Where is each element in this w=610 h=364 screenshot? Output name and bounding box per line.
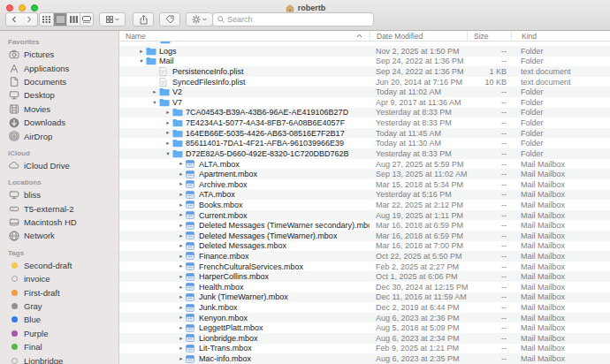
disclosure-collapsed-icon[interactable]: ▸	[150, 89, 159, 95]
disclosure-collapsed-icon[interactable]: ▸	[177, 325, 186, 331]
file-row[interactable]: PersistenceInfo.plistSep 24, 2022 at 1:3…	[119, 66, 610, 77]
disclosure-collapsed-icon[interactable]: ▸	[177, 243, 186, 249]
file-row[interactable]: ▸V2Today at 11:02 AM--Folder	[119, 87, 610, 97]
disclosure-expanded-icon[interactable]: ▾	[164, 151, 172, 157]
file-row[interactable]: ▸164EB66E-5035-4426-AB63-08516E7F2B17Tod…	[119, 128, 610, 139]
disclosure-collapsed-icon[interactable]: ▸	[177, 263, 186, 269]
file-row[interactable]: ▸Deleted Messages (TimeWarner secondary)…	[119, 220, 610, 231]
file-row[interactable]: ▸Books.mboxMar 22, 2025 at 2:12 PM--Mail…	[119, 200, 610, 210]
column-view-button[interactable]	[66, 13, 80, 26]
file-row[interactable]: ▸LeggettPlatt.mboxAug 5, 2018 at 5:09 PM…	[119, 322, 610, 333]
action-button[interactable]	[186, 12, 213, 27]
column-header-name[interactable]: Name	[119, 31, 370, 41]
disclosure-collapsed-icon[interactable]: ▸	[177, 315, 186, 321]
icon-view-button[interactable]	[40, 13, 53, 26]
file-row[interactable]: ▸7E4234A1-5077-4A34-8FB7-6A08B6E4057FYes…	[119, 118, 610, 128]
file-row[interactable]: ▸Junk.mboxDec 2, 2019 at 6:44 PM--Mail M…	[119, 302, 610, 313]
file-row[interactable]: ▸Finance.mboxOct 22, 2025 at 5:50 PM--Ma…	[119, 251, 610, 262]
file-row[interactable]: ▾V7Apr 9, 2017 at 11:36 AM--Folder	[119, 97, 610, 108]
file-row[interactable]: ▾MailSep 24, 2022 at 1:36 PM--Folder	[119, 57, 610, 67]
column-header-date-modified[interactable]: Date Modified	[370, 31, 467, 41]
file-row[interactable]: ▾D72E82A5-D660-492E-8320-1C720DBD762BYes…	[119, 148, 610, 159]
search-input[interactable]	[227, 15, 369, 24]
file-row[interactable]: ▸HarperCollins.mboxOct 1, 2025 at 6:06 P…	[119, 271, 610, 282]
disclosure-collapsed-icon[interactable]: ▸	[177, 192, 186, 198]
sidebar-item-gray[interactable]: Gray	[0, 300, 118, 313]
forward-button[interactable]	[21, 12, 38, 27]
sidebar-item-pictures[interactable]: Pictures	[0, 48, 118, 61]
disclosure-collapsed-icon[interactable]: ▸	[177, 171, 186, 178]
sidebar-item-second-draft[interactable]: Second-draft	[0, 259, 118, 272]
file-row[interactable]: ▸Archive.mboxMar 15, 2018 at 5:34 PM--Ma…	[119, 179, 610, 190]
column-header-kind[interactable]: Kind	[511, 31, 610, 41]
finder-window: robertb FavoritesPicturesApplicationsDoc…	[0, 0, 610, 364]
window-title: robertb	[0, 3, 610, 12]
file-row[interactable]: ▸7CA04543-B39A-43B6-96AE-AE419106B27DYes…	[119, 108, 610, 118]
disclosure-expanded-icon[interactable]: ▾	[150, 100, 159, 106]
file-row[interactable]: ▸Current.mboxAug 19, 2025 at 1:11 PM--Ma…	[119, 210, 610, 221]
search-field[interactable]	[212, 12, 374, 27]
sidebar-item-purple[interactable]: Purple	[0, 327, 118, 340]
disclosure-collapsed-icon[interactable]: ▸	[177, 202, 186, 209]
file-row[interactable]: ▸Deleted Messages (TimeWarner).mboxMar 1…	[119, 231, 610, 241]
file-row[interactable]: ▸85611401-7DA1-4F21-AFBA-961039966E39Tod…	[119, 138, 610, 148]
sidebar-item-bliss[interactable]: bliss	[0, 188, 118, 201]
disclosure-collapsed-icon[interactable]: ▸	[177, 161, 186, 167]
disclosure-collapsed-icon[interactable]: ▸	[177, 294, 186, 300]
disclosure-collapsed-icon[interactable]: ▸	[177, 254, 186, 260]
sidebar-item-final[interactable]: Final	[0, 340, 118, 353]
disclosure-collapsed-icon[interactable]: ▸	[177, 345, 186, 352]
disclosure-expanded-icon[interactable]: ▾	[137, 58, 146, 64]
file-row[interactable]: ▸Lit-Trans.mboxFeb 9, 2025 at 1:21 PM--M…	[119, 344, 610, 354]
tag-button[interactable]	[159, 12, 180, 27]
share-button[interactable]	[133, 12, 154, 27]
sidebar-item-label: iCloud Drive	[24, 161, 70, 171]
disclosure-collapsed-icon[interactable]: ▸	[177, 356, 186, 362]
gallery-view-button[interactable]	[80, 13, 93, 26]
sidebar-item-t5-external-2[interactable]: T5-external-2	[0, 202, 118, 216]
disclosure-collapsed-icon[interactable]: ▸	[177, 223, 186, 229]
disclosure-collapsed-icon[interactable]: ▸	[177, 305, 186, 311]
disclosure-collapsed-icon[interactable]: ▸	[164, 140, 172, 147]
file-row[interactable]: ▸Mac-info.mboxAug 6, 2023 at 2:35 PM--Ma…	[119, 353, 610, 364]
column-header-size[interactable]: Size	[467, 31, 511, 41]
file-row[interactable]: ▸Deleted Messages.mboxMar 16, 2018 at 7:…	[119, 241, 610, 252]
file-row[interactable]: ▸Apartment.mboxSep 13, 2025 at 11:02 AM-…	[119, 169, 610, 179]
sidebar-item-icloud-drive[interactable]: iCloud Drive	[0, 159, 118, 172]
sidebar-item-network[interactable]: Network	[0, 229, 118, 242]
sidebar-item-downloads[interactable]: Downloads	[0, 116, 118, 129]
file-row[interactable]: ▸Health.mboxDec 30, 2024 at 12:15 PM--Ma…	[119, 282, 610, 292]
file-row[interactable]: ▸Junk (TimeWarner).mboxDec 11, 2016 at 1…	[119, 292, 610, 303]
disclosure-collapsed-icon[interactable]: ▸	[164, 130, 172, 136]
disclosure-collapsed-icon[interactable]: ▸	[164, 110, 172, 116]
disclosure-collapsed-icon[interactable]: ▸	[137, 49, 146, 55]
disclosure-collapsed-icon[interactable]: ▸	[164, 120, 172, 126]
sidebar-item-applications[interactable]: Applications	[0, 61, 118, 74]
file-row[interactable]: ▸Kenyon.mboxAug 6, 2023 at 2:36 PM--Mail…	[119, 313, 610, 323]
file-row[interactable]: ▸Lionbridge.mboxAug 6, 2023 at 2:34 PM--…	[119, 333, 610, 344]
file-name-cell: ▸Deleted Messages.mbox	[119, 241, 370, 250]
back-button[interactable]	[5, 12, 22, 27]
file-row[interactable]: ▸LogsNov 2, 2025 at 1:50 PM--Folder	[119, 46, 610, 57]
sidebar-item-first-draft[interactable]: First-draft	[0, 285, 118, 299]
sidebar-item-desktop[interactable]: Desktop	[0, 88, 118, 102]
sidebar-item-blue[interactable]: Blue	[0, 313, 118, 326]
disclosure-collapsed-icon[interactable]: ▸	[177, 274, 186, 280]
file-row[interactable]: ▸ATA.mboxYesterday at 5:16 PM--Mail Mail…	[119, 190, 610, 201]
sidebar-item-documents[interactable]: Documents	[0, 75, 118, 88]
group-button[interactable]	[99, 12, 126, 27]
sidebar-item-movies[interactable]: Movies	[0, 102, 118, 116]
file-row[interactable]: ▸ALTA.mboxAug 27, 2025 at 5:59 PM--Mail …	[119, 159, 610, 170]
sidebar-item-macintosh-hd[interactable]: Macintosh HD	[0, 216, 118, 229]
sidebar-item-lionbridge[interactable]: Lionbridge	[0, 353, 118, 364]
file-row[interactable]: ▸FrenchCulturalServices.mboxFeb 2, 2025 …	[119, 262, 610, 272]
disclosure-collapsed-icon[interactable]: ▸	[177, 233, 186, 239]
sidebar-item-invoice[interactable]: invoice	[0, 272, 118, 285]
disclosure-collapsed-icon[interactable]: ▸	[177, 212, 186, 218]
disclosure-collapsed-icon[interactable]: ▸	[177, 284, 186, 291]
file-row[interactable]: SyncedFilesInfo.plistJun 20, 2014 at 7:1…	[119, 77, 610, 87]
disclosure-collapsed-icon[interactable]: ▸	[177, 181, 186, 187]
list-view-button[interactable]	[53, 13, 66, 26]
sidebar-item-airdrop[interactable]: AirDrop	[0, 129, 118, 142]
disclosure-collapsed-icon[interactable]: ▸	[177, 336, 186, 342]
